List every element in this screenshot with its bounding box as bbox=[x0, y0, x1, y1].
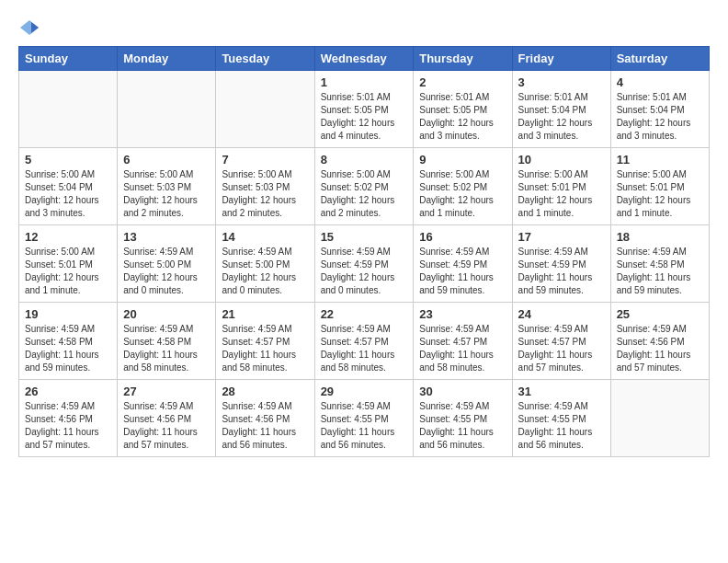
day-number: 8 bbox=[321, 153, 408, 167]
calendar-cell: 22Sunrise: 4:59 AM Sunset: 4:57 PM Dayli… bbox=[314, 303, 414, 380]
calendar-cell: 1Sunrise: 5:01 AM Sunset: 5:05 PM Daylig… bbox=[314, 71, 414, 148]
calendar-cell: 15Sunrise: 4:59 AM Sunset: 4:59 PM Dayli… bbox=[314, 225, 414, 303]
calendar-cell: 9Sunrise: 5:00 AM Sunset: 5:02 PM Daylig… bbox=[414, 148, 512, 225]
calendar-week-row: 5Sunrise: 5:00 AM Sunset: 5:04 PM Daylig… bbox=[19, 148, 710, 225]
day-number: 2 bbox=[419, 75, 506, 89]
day-number: 6 bbox=[123, 153, 210, 167]
day-number: 14 bbox=[222, 230, 308, 244]
svg-marker-1 bbox=[31, 22, 39, 33]
calendar-cell: 13Sunrise: 4:59 AM Sunset: 5:00 PM Dayli… bbox=[118, 225, 216, 303]
calendar-cell: 23Sunrise: 4:59 AM Sunset: 4:57 PM Dayli… bbox=[414, 303, 512, 380]
calendar-cell: 29Sunrise: 4:59 AM Sunset: 4:55 PM Dayli… bbox=[314, 380, 414, 457]
day-info: Sunrise: 4:59 AM Sunset: 5:00 PM Dayligh… bbox=[123, 246, 210, 297]
calendar-header-row: SundayMondayTuesdayWednesdayThursdayFrid… bbox=[19, 47, 710, 71]
day-info: Sunrise: 4:59 AM Sunset: 4:56 PM Dayligh… bbox=[617, 323, 703, 374]
day-number: 11 bbox=[617, 153, 703, 167]
day-info: Sunrise: 5:01 AM Sunset: 5:04 PM Dayligh… bbox=[518, 91, 605, 143]
day-info: Sunrise: 4:59 AM Sunset: 4:55 PM Dayligh… bbox=[518, 400, 605, 452]
day-info: Sunrise: 4:59 AM Sunset: 4:57 PM Dayligh… bbox=[518, 323, 605, 374]
day-info: Sunrise: 5:00 AM Sunset: 5:02 PM Dayligh… bbox=[419, 168, 506, 220]
day-number: 3 bbox=[518, 75, 605, 89]
calendar-cell: 17Sunrise: 4:59 AM Sunset: 4:59 PM Dayli… bbox=[512, 225, 610, 303]
day-info: Sunrise: 4:59 AM Sunset: 4:58 PM Dayligh… bbox=[123, 323, 210, 374]
calendar-cell: 24Sunrise: 4:59 AM Sunset: 4:57 PM Dayli… bbox=[512, 303, 610, 380]
header-cell-saturday: Saturday bbox=[610, 47, 709, 71]
day-number: 17 bbox=[518, 230, 605, 244]
day-number: 23 bbox=[419, 307, 506, 321]
header bbox=[18, 18, 710, 37]
day-info: Sunrise: 4:59 AM Sunset: 4:56 PM Dayligh… bbox=[25, 400, 111, 452]
day-info: Sunrise: 4:59 AM Sunset: 4:57 PM Dayligh… bbox=[321, 323, 408, 374]
calendar-cell: 4Sunrise: 5:01 AM Sunset: 5:04 PM Daylig… bbox=[610, 71, 709, 148]
day-number: 20 bbox=[123, 307, 210, 321]
logo-icon bbox=[18, 18, 40, 37]
day-number: 25 bbox=[617, 307, 703, 321]
calendar-cell: 30Sunrise: 4:59 AM Sunset: 4:55 PM Dayli… bbox=[414, 380, 512, 457]
calendar-cell bbox=[19, 71, 118, 148]
calendar-cell: 2Sunrise: 5:01 AM Sunset: 5:05 PM Daylig… bbox=[414, 71, 512, 148]
day-info: Sunrise: 4:59 AM Sunset: 4:56 PM Dayligh… bbox=[123, 400, 210, 452]
day-number: 12 bbox=[25, 230, 111, 244]
calendar-cell: 16Sunrise: 4:59 AM Sunset: 4:59 PM Dayli… bbox=[414, 225, 512, 303]
day-number: 28 bbox=[222, 385, 308, 398]
day-number: 5 bbox=[25, 153, 111, 167]
calendar-table: SundayMondayTuesdayWednesdayThursdayFrid… bbox=[18, 46, 710, 457]
day-number: 9 bbox=[419, 153, 506, 167]
logo bbox=[18, 18, 44, 37]
day-number: 7 bbox=[222, 153, 308, 167]
day-info: Sunrise: 4:59 AM Sunset: 4:55 PM Dayligh… bbox=[419, 400, 506, 452]
day-number: 27 bbox=[123, 385, 210, 398]
day-info: Sunrise: 5:00 AM Sunset: 5:02 PM Dayligh… bbox=[321, 168, 408, 220]
day-info: Sunrise: 5:00 AM Sunset: 5:04 PM Dayligh… bbox=[25, 168, 111, 220]
header-cell-monday: Monday bbox=[118, 47, 216, 71]
calendar-cell: 14Sunrise: 4:59 AM Sunset: 5:00 PM Dayli… bbox=[216, 225, 314, 303]
day-info: Sunrise: 4:59 AM Sunset: 4:57 PM Dayligh… bbox=[222, 323, 308, 374]
day-number: 10 bbox=[518, 153, 605, 167]
header-cell-thursday: Thursday bbox=[414, 47, 512, 71]
day-info: Sunrise: 4:59 AM Sunset: 4:59 PM Dayligh… bbox=[419, 246, 506, 297]
day-number: 22 bbox=[321, 307, 408, 321]
day-info: Sunrise: 5:00 AM Sunset: 5:01 PM Dayligh… bbox=[518, 168, 605, 220]
calendar-cell: 8Sunrise: 5:00 AM Sunset: 5:02 PM Daylig… bbox=[314, 148, 414, 225]
day-info: Sunrise: 4:59 AM Sunset: 5:00 PM Dayligh… bbox=[222, 246, 308, 297]
day-info: Sunrise: 5:00 AM Sunset: 5:01 PM Dayligh… bbox=[25, 246, 111, 297]
header-cell-tuesday: Tuesday bbox=[216, 47, 314, 71]
calendar-cell: 31Sunrise: 4:59 AM Sunset: 4:55 PM Dayli… bbox=[512, 380, 610, 457]
day-info: Sunrise: 5:00 AM Sunset: 5:03 PM Dayligh… bbox=[123, 168, 210, 220]
calendar-week-row: 26Sunrise: 4:59 AM Sunset: 4:56 PM Dayli… bbox=[19, 380, 710, 457]
day-number: 26 bbox=[25, 385, 111, 398]
calendar-cell: 20Sunrise: 4:59 AM Sunset: 4:58 PM Dayli… bbox=[118, 303, 216, 380]
calendar-cell: 3Sunrise: 5:01 AM Sunset: 5:04 PM Daylig… bbox=[512, 71, 610, 148]
calendar-cell: 11Sunrise: 5:00 AM Sunset: 5:01 PM Dayli… bbox=[610, 148, 709, 225]
day-number: 4 bbox=[617, 75, 703, 89]
day-info: Sunrise: 4:59 AM Sunset: 4:56 PM Dayligh… bbox=[222, 400, 308, 452]
calendar-cell bbox=[216, 71, 314, 148]
day-number: 15 bbox=[321, 230, 408, 244]
calendar-cell: 28Sunrise: 4:59 AM Sunset: 4:56 PM Dayli… bbox=[216, 380, 314, 457]
day-info: Sunrise: 4:59 AM Sunset: 4:55 PM Dayligh… bbox=[321, 400, 408, 452]
calendar-cell: 18Sunrise: 4:59 AM Sunset: 4:58 PM Dayli… bbox=[610, 225, 709, 303]
header-cell-wednesday: Wednesday bbox=[314, 47, 414, 71]
day-number: 30 bbox=[419, 385, 506, 398]
calendar-cell: 10Sunrise: 5:00 AM Sunset: 5:01 PM Dayli… bbox=[512, 148, 610, 225]
day-info: Sunrise: 5:01 AM Sunset: 5:05 PM Dayligh… bbox=[321, 91, 408, 143]
day-info: Sunrise: 5:01 AM Sunset: 5:04 PM Dayligh… bbox=[617, 91, 703, 143]
calendar-week-row: 12Sunrise: 5:00 AM Sunset: 5:01 PM Dayli… bbox=[19, 225, 710, 303]
calendar-cell: 12Sunrise: 5:00 AM Sunset: 5:01 PM Dayli… bbox=[19, 225, 118, 303]
header-cell-sunday: Sunday bbox=[19, 47, 118, 71]
day-info: Sunrise: 4:59 AM Sunset: 4:57 PM Dayligh… bbox=[419, 323, 506, 374]
day-number: 29 bbox=[321, 385, 408, 398]
page-container: SundayMondayTuesdayWednesdayThursdayFrid… bbox=[18, 18, 710, 457]
calendar-week-row: 19Sunrise: 4:59 AM Sunset: 4:58 PM Dayli… bbox=[19, 303, 710, 380]
day-number: 31 bbox=[518, 385, 605, 398]
calendar-week-row: 1Sunrise: 5:01 AM Sunset: 5:05 PM Daylig… bbox=[19, 71, 710, 148]
calendar-cell: 27Sunrise: 4:59 AM Sunset: 4:56 PM Dayli… bbox=[118, 380, 216, 457]
calendar-cell: 19Sunrise: 4:59 AM Sunset: 4:58 PM Dayli… bbox=[19, 303, 118, 380]
calendar-cell: 7Sunrise: 5:00 AM Sunset: 5:03 PM Daylig… bbox=[216, 148, 314, 225]
day-info: Sunrise: 5:00 AM Sunset: 5:01 PM Dayligh… bbox=[617, 168, 703, 220]
header-cell-friday: Friday bbox=[512, 47, 610, 71]
day-info: Sunrise: 5:00 AM Sunset: 5:03 PM Dayligh… bbox=[222, 168, 308, 220]
calendar-cell bbox=[610, 380, 709, 457]
day-number: 24 bbox=[518, 307, 605, 321]
day-number: 13 bbox=[123, 230, 210, 244]
